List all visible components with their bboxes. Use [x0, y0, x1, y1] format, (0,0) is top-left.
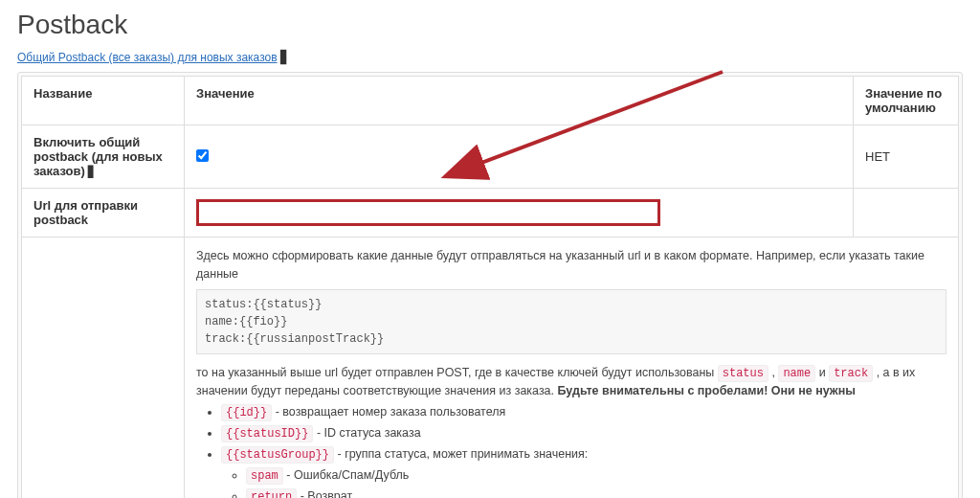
label-enable-postback: Включить общий postback (для новых заказ… [22, 125, 185, 189]
cell-url-value [185, 189, 854, 238]
label-postback-url: Url для отправки postback [22, 189, 185, 238]
cell-enable-value [185, 125, 854, 189]
cell-enable-default: НЕТ [854, 125, 959, 189]
col-name: Название [22, 77, 185, 125]
enable-postback-checkbox[interactable] [196, 149, 209, 162]
tok-track: track [829, 365, 873, 382]
help-after-code: то на указанный выше url будет отправлен… [196, 364, 947, 400]
help-block: Здесь можно сформировать какие данные бу… [196, 247, 947, 498]
cell-url-default [854, 189, 959, 238]
tok-name: name [778, 365, 815, 382]
row-help: Здесь можно сформировать какие данные бу… [22, 238, 959, 499]
col-default: Значение по умолчанию [854, 77, 959, 125]
postback-url-input[interactable] [196, 199, 660, 226]
settings-panel: Название Значение Значение по умолчанию … [17, 72, 963, 498]
tok-status: status [718, 365, 768, 382]
help-intro: Здесь можно сформировать какие данные бу… [196, 247, 947, 283]
col-value: Значение [185, 77, 854, 125]
top-link-postback[interactable]: Общий Postback (все заказы) для новых за… [17, 51, 278, 64]
help-code-example: status:{{status}} name:{{fio}} track:{{r… [196, 289, 947, 354]
help-placeholders-list: {{id}} - возвращает номер заказа пользов… [196, 403, 947, 498]
comment-icon: ▋ [88, 166, 96, 177]
comment-icon: ▋ [280, 50, 290, 64]
row-enable-postback: Включить общий postback (для новых заказ… [22, 125, 959, 189]
page-title: Postback [17, 10, 963, 40]
row-postback-url: Url для отправки postback [22, 189, 959, 238]
